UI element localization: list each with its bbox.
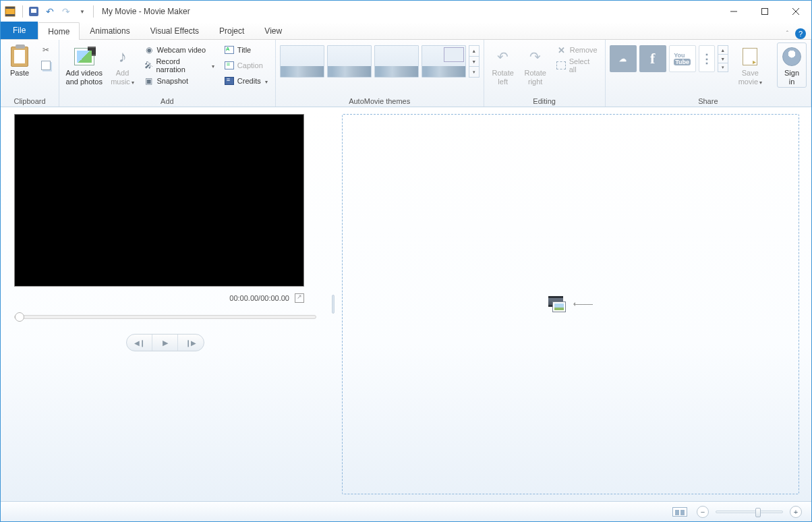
minimize-button[interactable] [718,1,749,22]
seek-slider[interactable] [14,315,316,319]
webcam-icon: ◉ [144,45,154,55]
group-add-label: Add [63,96,271,105]
play-button[interactable]: ▶ [152,335,178,351]
music-icon: ♪ [119,47,127,66]
tab-file[interactable]: File [1,22,38,39]
group-editing: ↶ Rotate left ↷ Rotate right ✕Remove Sel… [484,40,606,107]
sign-in-button[interactable]: Sign in [777,42,807,88]
tab-view[interactable]: View [254,22,292,39]
clipboard-icon [11,47,28,67]
group-themes-label: AutoMovie themes [280,96,480,105]
timeline-drop-zone[interactable] [342,114,799,494]
share-gallery-scroll[interactable]: ▲▼▾ [718,45,728,72]
prev-frame-icon: ◀❙ [134,339,145,347]
remove-button[interactable]: ✕Remove [553,42,601,57]
user-icon [782,47,801,66]
copy-icon [41,61,51,70]
title-icon [225,46,234,54]
theme-thumb[interactable] [422,45,466,78]
rotate-right-button[interactable]: ↷ Rotate right [521,42,550,88]
theme-thumb[interactable] [327,45,372,78]
facebook-icon: f [650,50,655,67]
zoom-slider-thumb[interactable] [755,508,761,517]
snapshot-button[interactable]: ▣Snapshot [140,74,218,88]
rotate-left-icon: ↶ [497,49,509,65]
group-share-label: Share [610,96,807,105]
ribbon-collapse-button[interactable]: ˆ [786,30,788,38]
help-button[interactable]: ? [795,28,806,39]
paste-button[interactable]: Paste [5,42,34,80]
save-icon [29,7,38,16]
add-music-button[interactable]: ♪ Add music [108,42,138,88]
cut-button[interactable]: ✂ [37,42,55,57]
seek-thumb[interactable] [15,312,24,322]
group-add: Add videos and photos ♪ Add music ◉Webca… [59,40,276,107]
save-movie-icon [743,48,757,65]
status-bar: − + [1,501,811,521]
caption-icon [225,61,234,69]
video-preview [14,114,304,287]
svg-rect-2 [5,14,15,16]
thumbnail-size-button[interactable] [672,507,687,517]
credits-icon [225,77,234,85]
redo-icon: ↷ [62,6,70,17]
photos-icon [74,48,94,65]
group-share: ☁ f YouTube ⋮ ▲▼▾ Save movie Sign in Sha… [606,40,811,107]
preview-pane: 00:00.00/00:00.00 ◀❙ ▶ ❙▶ [1,107,331,501]
share-facebook-button[interactable]: f [639,45,666,72]
play-icon: ▶ [163,339,168,347]
qat-save-button[interactable] [26,4,41,19]
share-onedrive-button[interactable]: ☁ [610,45,637,72]
webcam-video-button[interactable]: ◉Webcam video [140,42,218,57]
film-photo-icon [548,296,566,312]
tab-project[interactable]: Project [209,22,254,39]
camera-icon: ▣ [144,76,154,86]
qat-undo-button[interactable]: ↶ [42,4,57,19]
tab-home[interactable]: Home [38,22,80,40]
zoom-out-button[interactable]: − [697,506,709,518]
playback-controls: ◀❙ ▶ ❙▶ [14,334,316,351]
select-all-icon [556,61,566,69]
cloud-icon: ☁ [619,55,627,63]
close-button[interactable] [780,1,811,22]
tab-animations[interactable]: Animations [80,22,140,39]
theme-thumb[interactable] [374,45,419,78]
select-all-button[interactable]: Select all [553,58,601,73]
qat-redo-button[interactable]: ↷ [59,4,74,19]
ribbon-tabbar: File Home Animations Visual Effects Proj… [1,22,811,40]
zoom-slider[interactable] [716,511,783,513]
group-automovie-themes: ▲▼▾ AutoMovie themes [276,40,484,107]
undo-icon: ↶ [46,6,54,17]
theme-thumb[interactable] [280,45,324,78]
rotate-right-icon: ↷ [529,49,541,65]
cut-icon: ✂ [40,45,51,55]
theme-gallery-scroll[interactable]: ▲▼▾ [469,45,480,78]
title-button[interactable]: Title [221,42,271,57]
ribbon: Paste ✂ Clipboard Add videos and photos … [1,40,811,107]
main-area: 00:00.00/00:00.00 ◀❙ ▶ ❙▶ [1,107,811,501]
next-frame-icon: ❙▶ [185,339,196,347]
rotate-left-button[interactable]: ↶ Rotate left [488,42,518,88]
qat-customize-button[interactable]: ▼ [75,4,90,19]
record-narration-button[interactable]: 🎤︎Record narration [140,58,218,73]
fullscreen-button[interactable] [295,293,304,303]
maximize-button[interactable] [749,1,780,22]
add-videos-photos-button[interactable]: Add videos and photos [63,42,105,88]
save-movie-button[interactable]: Save movie [735,42,765,88]
svg-rect-1 [5,7,15,9]
zoom-in-button[interactable]: + [790,506,802,518]
tab-visual-effects[interactable]: Visual Effects [140,22,209,39]
share-more-button[interactable]: ⋮ [699,45,715,72]
youtube-icon: YouTube [674,52,691,65]
next-frame-button[interactable]: ❙▶ [178,335,204,351]
credits-button[interactable]: Credits [221,74,271,88]
prev-frame-button[interactable]: ◀❙ [127,335,152,351]
more-icon: ⋮ [701,51,713,66]
share-youtube-button[interactable]: YouTube [669,45,696,72]
drop-arrow-icon [574,304,593,305]
preview-timecode: 00:00.00/00:00.00 [229,294,289,302]
timeline-pane [335,107,811,501]
caption-button[interactable]: Caption [221,58,271,73]
copy-button[interactable] [37,58,55,73]
mic-icon: 🎤︎ [144,60,154,71]
